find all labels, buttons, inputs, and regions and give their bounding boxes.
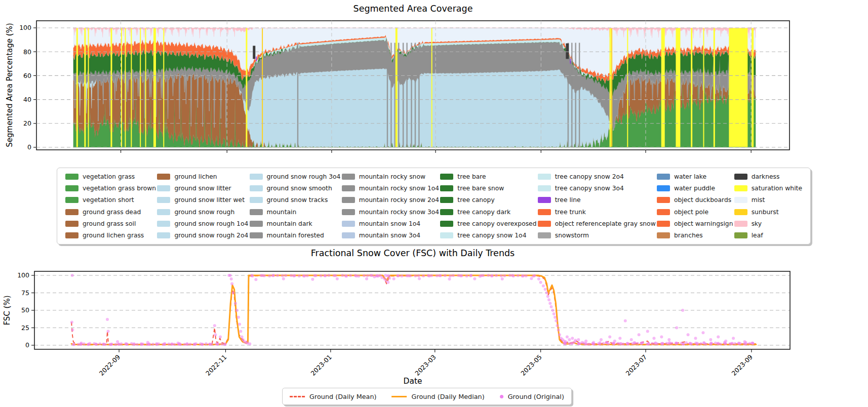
saturation-white-stripe [714,28,715,147]
mountain-spike [418,43,419,148]
legend-swatch [440,174,453,180]
legend-swatch [342,185,355,191]
saturation-white-stripe [131,28,132,147]
svg-text:2023-01: 2023-01 [309,353,333,378]
series-ground-original [70,274,755,346]
legend-item: saturation white [734,185,802,191]
legend-swatch [157,232,170,238]
legend-item: tree canopy [440,197,536,204]
legend-item: ground snow rough 2o4 [157,232,248,239]
legend-item: mountain snow 1o4 [342,221,439,227]
legend-item: object referenceplate gray snow [538,221,656,227]
svg-text:0: 0 [25,341,29,349]
legend-column-2: ground lichenground snow litterground sn… [157,173,248,239]
legend-label: object duckboards [674,196,731,204]
legend-label: mountain forested [267,232,324,239]
legend-swatch [250,197,263,203]
dashed-line-sample [290,396,305,397]
svg-text:2023-05: 2023-05 [519,353,543,378]
legend-swatch [657,209,670,215]
legend-item: tree canopy overexposed [440,221,536,227]
series-ground-daily-median [71,275,756,345]
legend-swatch [250,174,263,180]
fsc-legend-item: Ground (Daily Median) [392,393,485,400]
legend-column-1: vegetation grassvegetation grass brownve… [65,173,156,239]
fsc-legend-item: Ground (Daily Mean) [290,393,376,400]
saturation-white-stripe [110,28,112,147]
series-ground-daily-mean [71,275,756,345]
legend-swatch [65,221,78,227]
legend-item: object duckboards [657,197,733,204]
legend-label: tree canopy dark [457,209,510,216]
legend-label: ground snow rough 2o4 [174,232,248,239]
saturation-white-stripe [76,28,78,147]
legend-item: sunburst [734,209,802,215]
legend-item: ground snow litter [157,185,248,191]
legend-label: mountain [267,209,297,216]
legend-label: mist [752,196,765,204]
mountain-spike [571,43,572,148]
saturation-white-stripe [752,28,754,147]
legend-label: ground snow smooth [267,185,332,192]
saturation-white-stripe [676,28,680,147]
svg-text:2023-09: 2023-09 [730,353,754,377]
bottom-chart-title: Fractional Snow Cover (FSC) with Daily T… [35,248,790,258]
saturation-white-stripe [153,28,156,147]
legend-swatch [157,209,170,215]
svg-text:40: 40 [23,96,31,103]
legend-label: mountain dark [267,220,312,227]
legend-swatch [157,185,170,191]
legend-item: branches [657,232,733,239]
saturation-white-stripe [431,28,432,147]
saturation-white-stripe [610,28,611,147]
legend-column-3: ground snow rough 3o4ground snow smoothg… [250,173,341,239]
legend-label: ground snow litter [174,185,231,192]
legend-item: vegetation short [65,197,156,204]
legend-label: ground snow litter wet [174,196,245,204]
legend-swatch [734,232,747,238]
svg-text:0: 0 [27,143,31,151]
legend-item: darkness [734,173,802,180]
legend-swatch [65,232,78,238]
legend-label: mountain snow 1o4 [359,220,420,227]
legend-swatch [440,197,453,203]
legend-item: tree canopy snow 2o4 [538,173,656,180]
legend-label: ground snow rough [174,209,234,216]
legend-label: sky [752,220,762,227]
top-chart-title: Segmented Area Coverage [36,4,790,14]
legend-label: vegetation grass brown [83,185,156,192]
legend-swatch [657,197,670,203]
solid-line-sample [392,396,407,397]
legend-item: tree canopy snow 3o4 [538,185,656,191]
svg-text:2023-07: 2023-07 [624,353,649,378]
legend-swatch [250,232,263,238]
mountain-spike [387,43,388,148]
legend-label: ground grass dead [83,209,141,216]
legend-label: tree canopy snow 1o4 [457,232,526,239]
fsc-legend-item: Ground (Original) [500,393,564,400]
legend-swatch [250,209,263,215]
legend-item: tree canopy snow 1o4 [440,232,536,239]
legend-item: tree bare snow [440,185,536,191]
darkness-mark [566,44,569,59]
legend-swatch [538,209,551,215]
legend-label: ground snow tracks [267,196,328,204]
saturation-white-stripe [145,28,146,147]
legend-swatch [538,232,551,238]
fsc-legend: Ground (Daily Mean)Ground (Daily Median)… [282,388,572,405]
sunburst-stripe [262,28,263,147]
legend-label: ground grass soil [83,220,136,227]
legend-label: tree canopy snow 2o4 [555,173,624,180]
legend-item: water lake [657,173,733,180]
legend-label: tree bare [457,173,486,180]
legend-label: tree bare snow [457,185,504,192]
legend-label: snowstorm [555,232,589,239]
mountain-spike [297,43,298,148]
legend-label: tree canopy overexposed [457,220,536,227]
legend-column-4: mountain rocky snowmountain rocky snow 1… [342,173,439,239]
svg-text:60: 60 [23,72,31,79]
top-chart-ylabel: Segmented Area Percentage (%) [5,23,14,147]
legend-swatch [157,221,170,227]
legend-label: water lake [674,173,706,180]
svg-text:80: 80 [23,48,31,56]
